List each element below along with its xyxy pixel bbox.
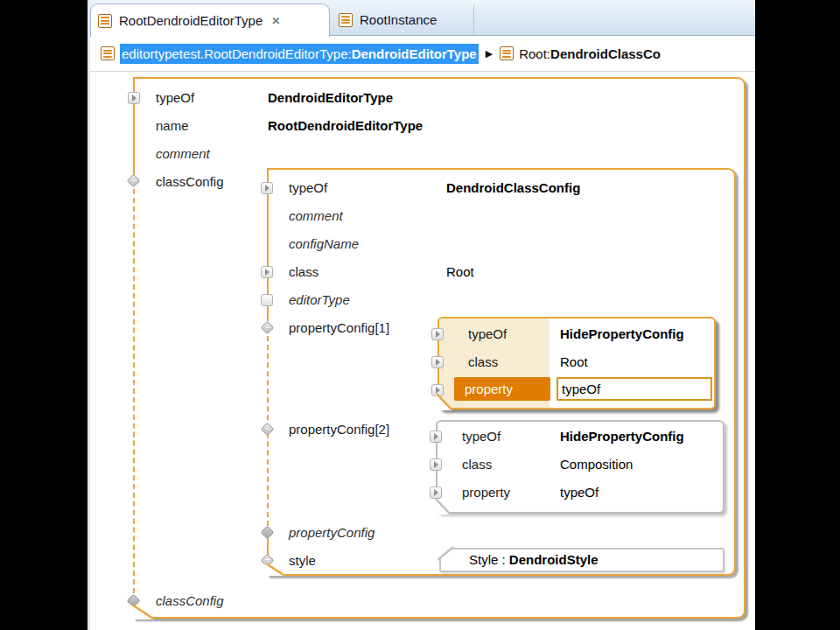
row-label-editortype[interactable]: editorType (289, 290, 350, 310)
selected-property-label[interactable]: property (454, 377, 550, 401)
triangle-glyph (434, 433, 438, 440)
style-value-prefix: Style : (469, 552, 509, 567)
breadcrumb: editortypetest.RootDendroidEditorType:De… (88, 36, 755, 72)
row-value-class[interactable]: Composition (560, 455, 633, 474)
triangle-glyph (434, 489, 438, 496)
tree-line-dashed (133, 189, 135, 593)
triangle-glyph (436, 359, 440, 366)
triangle-glyph (132, 94, 136, 102)
row-value-class[interactable]: Root (560, 353, 588, 372)
minus-glyph: − (261, 423, 275, 436)
diamond-solid-icon[interactable] (261, 526, 275, 540)
form-icon (500, 46, 514, 60)
diamond-minus-icon[interactable]: − (261, 423, 275, 437)
breadcrumb-text-bold: DendroidEditorType (352, 46, 477, 61)
close-icon[interactable]: ✕ (271, 15, 280, 27)
row-label-comment[interactable]: comment (156, 144, 210, 164)
panel-corner-notch (436, 394, 452, 410)
tab-label: RootDendroidEditorType (119, 13, 262, 28)
panel-corner-notch (265, 564, 284, 576)
row-label-configname[interactable]: configName (289, 234, 359, 254)
row-value-typeof[interactable]: DendroidEditorType (268, 88, 393, 108)
expand-icon[interactable] (261, 182, 273, 194)
tab-bar: RootDendroidEditorType ✕ RootInstance (88, 0, 755, 36)
row-label-class: class (462, 455, 492, 474)
expand-icon[interactable] (128, 92, 140, 104)
triangle-glyph (434, 461, 438, 468)
breadcrumb-text-bold: DendroidClassCo (550, 46, 661, 61)
row-label-typeof: typeOf (462, 427, 500, 446)
row-label-classconfig-empty[interactable]: classConfig (156, 592, 224, 611)
expand-icon[interactable] (261, 266, 273, 278)
panel-corner-notch (438, 546, 454, 561)
expand-icon[interactable] (431, 328, 444, 340)
minus-glyph: − (127, 174, 141, 187)
style-value-bold: DendroidStyle (509, 552, 598, 567)
row-label-typeof: typeOf (289, 178, 327, 198)
expand-icon[interactable] (431, 356, 444, 368)
row-label-name: name (156, 116, 189, 136)
row-label-class: class (468, 353, 498, 372)
style-value-text: Style : DendroidStyle (469, 550, 598, 570)
row-label-class: class (289, 262, 318, 282)
triangle-glyph (436, 387, 440, 394)
diamond-minus-icon[interactable]: − (127, 174, 141, 188)
row-label-property: property (462, 483, 510, 502)
tab-root-dendroid-editor-type[interactable]: RootDendroidEditorType ✕ (90, 4, 330, 37)
row-value-typeof[interactable]: HidePropertyConfig (560, 427, 684, 446)
row-value-typeof[interactable]: DendroidClassConfig (446, 178, 580, 198)
expand-icon[interactable] (430, 486, 442, 499)
panel-corner-notch (131, 605, 154, 620)
row-label-propertyconfig2: propertyConfig[2] (289, 420, 389, 439)
breadcrumb-arrow-icon[interactable]: ▶ (486, 48, 493, 60)
minus-glyph: − (261, 321, 275, 334)
form-icon (101, 46, 115, 60)
breadcrumb-segment-root[interactable]: Root:DendroidClassCo (519, 46, 661, 61)
tab-root-instance[interactable]: RootInstance (330, 4, 474, 35)
row-value-class[interactable]: Root (446, 262, 474, 282)
row-value-property[interactable]: typeOf (560, 483, 598, 502)
row-label-typeof: typeOf (156, 88, 194, 108)
property-value-input[interactable] (556, 377, 712, 401)
diamond-shape (261, 526, 275, 540)
row-label-typeof: typeOf (468, 325, 507, 344)
row-label-comment[interactable]: comment (289, 206, 343, 226)
form-icon (339, 13, 353, 27)
expand-icon[interactable] (430, 458, 442, 471)
row-value-typeof[interactable]: HidePropertyConfig (560, 325, 684, 344)
row-label-propertyconfig-empty[interactable]: propertyConfig (289, 523, 374, 542)
diamond-minus-icon[interactable]: − (261, 321, 275, 335)
triangle-glyph (265, 185, 270, 192)
breadcrumb-text: editortypetest.RootDendroidEditorType: (122, 46, 352, 61)
row-label-style: style (289, 551, 316, 570)
expand-icon[interactable] (430, 430, 442, 443)
triangle-glyph (265, 269, 270, 276)
triangle-glyph (436, 331, 440, 338)
breadcrumb-text: Root: (519, 46, 550, 61)
editor-window: RootDendroidEditorType ✕ RootInstance ed… (88, 0, 755, 630)
editor-left-edge (88, 0, 90, 630)
row-value-name[interactable]: RootDendroidEditorType (268, 116, 423, 136)
empty-box-icon[interactable] (261, 294, 273, 306)
breadcrumb-segment-selected[interactable]: editortypetest.RootDendroidEditorType:De… (120, 44, 479, 64)
row-label-property: property (454, 377, 550, 401)
row-label-classconfig: classConfig (156, 172, 224, 192)
tab-label: RootInstance (360, 12, 437, 27)
row-label-propertyconfig1: propertyConfig[1] (289, 318, 389, 338)
panel-corner-notch (434, 498, 451, 514)
form-icon (98, 14, 112, 28)
